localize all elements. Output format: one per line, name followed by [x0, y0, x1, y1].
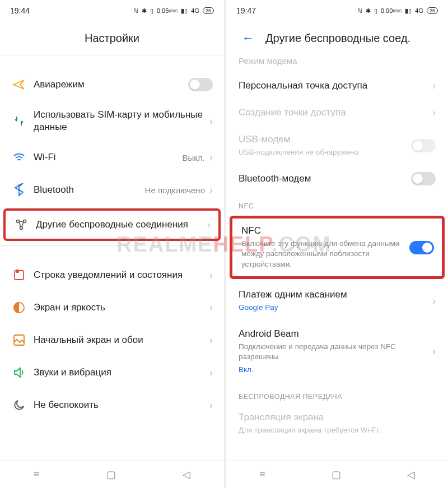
android-navbar: ≡ ▢ ◁	[0, 460, 224, 488]
brightness-icon	[12, 301, 26, 314]
status-bar: 19:47 ℕ ✱ ▯ 0.00KB/S ▮▯ 4G 26	[226, 0, 448, 21]
signal-icon: ▮▯	[405, 7, 412, 15]
chevron-right-icon: ›	[209, 334, 213, 346]
nfc-status-icon: ℕ	[133, 7, 138, 15]
nfc-status-icon: ℕ	[357, 7, 362, 15]
chevron-right-icon: ›	[209, 152, 213, 164]
chevron-right-icon: ›	[209, 269, 213, 281]
bluetooth-modem-row[interactable]: Bluetooth-модем	[226, 165, 448, 192]
settings-screen: 19:44 ℕ ✱ ▯ 0.06KB/S ▮▯ 4G 26 Настройки …	[0, 0, 224, 488]
wireless-content: Режим модема Персональная точка доступа …	[226, 55, 448, 460]
tap-pay-row[interactable]: Платеж одним касанием Google Pay ›	[226, 281, 448, 320]
usb-modem-row: USB-модем USB-подключения не обнаружено	[226, 126, 448, 165]
screen-cast-row: Трансляция экрана Для трансляции экрана …	[226, 404, 448, 443]
chevron-right-icon: ›	[432, 107, 436, 119]
other-wireless-row[interactable]: Другие беспроводные соединения ›	[3, 208, 221, 241]
home-wallpaper-row[interactable]: Начальный экран и обои ›	[0, 324, 224, 356]
sound-icon	[12, 366, 26, 379]
status-time: 19:47	[236, 6, 256, 15]
vibrate-status-icon: ▯	[150, 7, 153, 15]
display-row[interactable]: Экран и яркость ›	[0, 291, 224, 324]
nfc-row[interactable]: NFC Включите эту функцию для обмена данн…	[230, 216, 445, 279]
chevron-right-icon: ›	[209, 115, 213, 127]
notification-icon	[12, 268, 26, 282]
vibrate-status-icon: ▯	[374, 7, 377, 15]
status-icons: ℕ ✱ ▯ 0.06KB/S ▮▯ 4G 26	[133, 7, 214, 15]
page-title: Другие беспроводные соед.	[265, 32, 410, 45]
settings-list: Авиарежим Использовать SIM-карту и мобил…	[0, 55, 224, 460]
nav-recents-icon[interactable]: ≡	[259, 468, 265, 480]
moon-icon	[12, 398, 26, 412]
page-title: Настройки	[0, 21, 224, 55]
sim-data-row[interactable]: Использовать SIM-карту и мобильные данны…	[0, 101, 224, 141]
chevron-right-icon: ›	[209, 302, 213, 314]
chevron-right-icon: ›	[209, 367, 213, 379]
create-hotspot-row: Создание точки доступа ›	[226, 99, 448, 126]
airplane-icon	[12, 78, 26, 91]
chevron-right-icon: ›	[207, 219, 211, 231]
bluetooth-icon	[12, 183, 26, 197]
nav-home-icon[interactable]: ▢	[332, 468, 341, 481]
nfc-section-header: NFC	[226, 192, 448, 213]
wifi-icon	[12, 151, 26, 164]
status-time: 19:44	[10, 6, 30, 15]
wifi-row[interactable]: Wi-Fi Выкл. ›	[0, 141, 224, 174]
android-navbar: ≡ ▢ ◁	[226, 460, 448, 488]
chevron-right-icon: ›	[209, 399, 213, 411]
back-arrow-icon[interactable]: ←	[242, 31, 254, 45]
nfc-toggle[interactable]	[409, 241, 434, 254]
android-beam-row[interactable]: Android Beam Подключение и передача данн…	[226, 320, 448, 383]
nav-recents-icon[interactable]: ≡	[34, 468, 40, 480]
bluetooth-modem-toggle[interactable]	[411, 172, 436, 185]
bluetooth-status-icon: ✱	[366, 7, 371, 15]
chevron-right-icon: ›	[209, 184, 213, 196]
nav-back-icon[interactable]: ◁	[183, 468, 190, 481]
partial-cut-row: Режим модема	[226, 55, 448, 72]
chevron-right-icon: ›	[432, 295, 436, 306]
chevron-right-icon: ›	[432, 80, 436, 92]
hotspot-row[interactable]: Персональная точка доступа ›	[226, 72, 448, 99]
usb-modem-toggle	[411, 139, 436, 152]
wireless-tx-section-header: БЕСПРОВОДНАЯ ПЕРЕДАЧА	[226, 383, 448, 404]
wifi-value: Выкл.	[183, 153, 205, 162]
chevron-right-icon: ›	[432, 346, 436, 357]
bluetooth-status-icon: ✱	[142, 7, 147, 15]
dnd-row[interactable]: Не беспокоить ›	[0, 389, 224, 421]
wireless-settings-screen: 19:47 ℕ ✱ ▯ 0.00KB/S ▮▯ 4G 26 ← Другие б…	[224, 0, 448, 488]
status-icons: ℕ ✱ ▯ 0.00KB/S ▮▯ 4G 26	[357, 7, 438, 15]
bluetooth-value: Не подключено	[145, 185, 205, 195]
signal-icon: ▮▯	[181, 7, 188, 15]
sound-row[interactable]: Звуки и вибрация ›	[0, 356, 224, 389]
battery-icon: 26	[203, 7, 214, 14]
wallpaper-icon	[12, 333, 26, 347]
battery-icon: 26	[427, 7, 438, 14]
bluetooth-row[interactable]: Bluetooth Не подключено ›	[0, 174, 224, 206]
status-bar: 19:44 ℕ ✱ ▯ 0.06KB/S ▮▯ 4G 26	[0, 0, 224, 21]
nav-home-icon[interactable]: ▢	[106, 468, 116, 481]
airplane-mode-row[interactable]: Авиарежим	[0, 68, 224, 101]
notification-bar-row[interactable]: Строка уведомлений и состояния ›	[0, 259, 224, 291]
page-header: ← Другие беспроводные соед.	[226, 21, 448, 55]
svg-rect-4	[16, 270, 18, 272]
airplane-toggle[interactable]	[188, 78, 213, 91]
svg-rect-6	[14, 335, 24, 345]
sim-icon	[12, 114, 26, 128]
connections-icon	[15, 218, 28, 231]
nav-back-icon[interactable]: ◁	[407, 468, 415, 481]
